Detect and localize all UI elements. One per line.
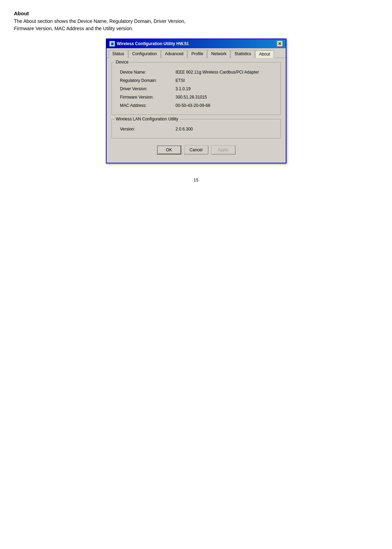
driver-version-value: 3.1.0.19: [176, 86, 191, 91]
dialog-container: 🖥 Wireless Configuration Utility HW.51 ✕…: [14, 39, 378, 163]
ok-button[interactable]: OK: [157, 145, 181, 154]
tab-content-about: Device Device Name: IEEE 802.11g Wireles…: [107, 58, 286, 163]
description-line1: The About section shows the Device Name,…: [14, 18, 185, 24]
firmware-version-row: Firmware Version: 300.51.28.31015: [117, 93, 276, 101]
title-bar-left: 🖥 Wireless Configuration Utility HW.51: [109, 41, 189, 47]
device-info-table: Device Name: IEEE 802.11g Wireless Cardb…: [117, 68, 276, 110]
device-section: Device Device Name: IEEE 802.11g Wireles…: [111, 62, 281, 115]
utility-version-row: Version: 2.0.6.300: [117, 125, 276, 133]
tab-profile[interactable]: Profile: [187, 50, 207, 58]
tab-statistics[interactable]: Statistics: [231, 50, 255, 58]
page-description: The About section shows the Device Name,…: [14, 18, 378, 32]
utility-section: Wireless LAN Configuration Utility Versi…: [111, 119, 281, 138]
dialog-window: 🖥 Wireless Configuration Utility HW.51 ✕…: [106, 39, 286, 163]
tab-bar: Status Configuration Advanced Profile Ne…: [107, 48, 286, 58]
driver-version-row: Driver Version: 3.1.0.19: [117, 85, 276, 93]
mac-address-row: MAC Address: 00-50-43-20-09-68: [117, 101, 276, 110]
firmware-version-label: Firmware Version:: [120, 95, 176, 100]
dialog-title: Wireless Configuration Utility HW.51: [117, 41, 189, 46]
mac-address-label: MAC Address:: [120, 103, 176, 108]
regulatory-domain-value: ETSI: [176, 78, 185, 83]
button-bar: OK Cancel Apply: [111, 143, 281, 159]
utility-info-table: Version: 2.0.6.300: [117, 125, 276, 133]
firmware-version-value: 300.51.28.31015: [176, 95, 207, 100]
app-icon: 🖥: [109, 41, 115, 47]
utility-version-label: Version:: [120, 127, 176, 132]
tab-configuration[interactable]: Configuration: [128, 50, 161, 58]
tab-network[interactable]: Network: [207, 50, 230, 58]
description-line2: Firmware Version, MAC Address and the Ut…: [14, 26, 133, 31]
device-name-label: Device Name:: [120, 70, 176, 75]
device-legend: Device: [115, 60, 130, 65]
device-name-row: Device Name: IEEE 802.11g Wireless Cardb…: [117, 68, 276, 76]
driver-version-label: Driver Version:: [120, 86, 176, 91]
page-number: 15: [14, 177, 378, 183]
utility-version-value: 2.0.6.300: [176, 127, 193, 132]
tab-about[interactable]: About: [255, 50, 274, 58]
page-heading: About: [14, 10, 378, 16]
regulatory-domain-row: Regulatory Domain: ETSI: [117, 76, 276, 85]
tab-advanced[interactable]: Advanced: [161, 50, 187, 58]
close-button[interactable]: ✕: [277, 41, 283, 47]
apply-button[interactable]: Apply: [211, 145, 235, 154]
title-bar: 🖥 Wireless Configuration Utility HW.51 ✕: [107, 39, 286, 48]
mac-address-value: 00-50-43-20-09-68: [176, 103, 210, 108]
tab-status[interactable]: Status: [109, 50, 128, 58]
regulatory-domain-label: Regulatory Domain:: [120, 78, 176, 83]
utility-legend: Wireless LAN Configuration Utility: [115, 117, 180, 121]
cancel-button[interactable]: Cancel: [184, 145, 208, 154]
device-name-value: IEEE 802.11g Wireless Cardbus/PCI Adapte…: [176, 70, 259, 75]
